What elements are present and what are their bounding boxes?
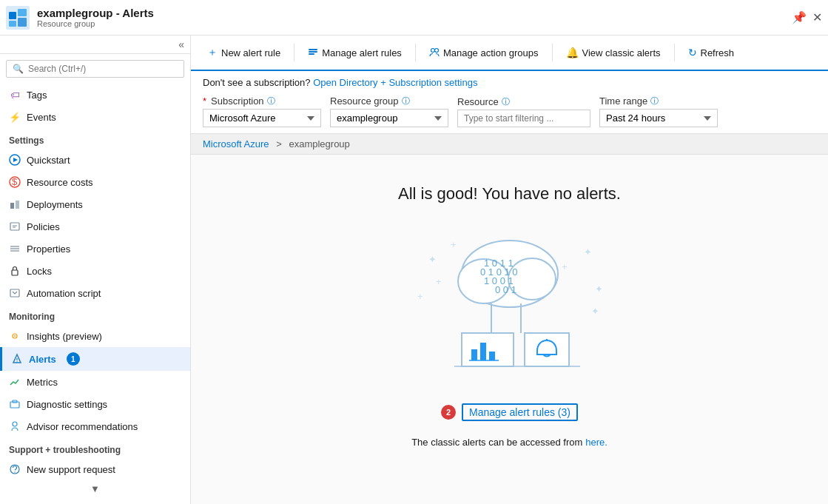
close-icon[interactable]: ✕ bbox=[812, 10, 822, 24]
svg-marker-6 bbox=[13, 158, 18, 162]
svg-rect-11 bbox=[10, 223, 19, 230]
policies-icon bbox=[9, 221, 21, 232]
main-layout: « 🔍 🏷 Tags ⚡ Events Settings Quickstart … bbox=[0, 36, 828, 504]
action-groups-icon bbox=[429, 47, 440, 59]
sidebar-item-alerts[interactable]: Alerts 1 bbox=[0, 347, 190, 371]
sidebar-item-quickstart[interactable]: Quickstart bbox=[0, 149, 190, 171]
sidebar-item-label: Automation script bbox=[27, 288, 101, 299]
sidebar-item-insights[interactable]: Insights (preview) bbox=[0, 325, 190, 347]
content-area: ＋ New alert rule Manage alert rules Mana… bbox=[191, 36, 828, 504]
resource-label: Resource ⓘ bbox=[457, 96, 590, 107]
toolbar-divider-2 bbox=[415, 44, 416, 61]
sidebar-item-label: Diagnostic settings bbox=[27, 399, 107, 410]
app-icon bbox=[6, 6, 30, 30]
sidebar-item-locks[interactable]: Locks bbox=[0, 260, 190, 282]
sidebar-scroll-down[interactable]: ▼ bbox=[0, 480, 190, 497]
view-classic-alerts-label: View classic alerts bbox=[582, 47, 661, 58]
subscription-label: * Subscription ⓘ bbox=[203, 95, 321, 107]
manage-action-groups-label: Manage action groups bbox=[443, 47, 539, 58]
subscription-info-icon[interactable]: ⓘ bbox=[267, 95, 275, 107]
svg-rect-51 bbox=[471, 349, 477, 360]
no-alerts-illustration: ✦ ✦ ✦ + + + ✦ + 1 0 1 1 0 1 0 1 bbox=[406, 226, 613, 389]
svg-point-31 bbox=[431, 48, 434, 52]
breadcrumb-parent[interactable]: Microsoft Azure bbox=[203, 138, 269, 149]
svg-rect-29 bbox=[309, 51, 317, 53]
open-directory-link[interactable]: Open Directory + Subscription settings bbox=[313, 77, 477, 88]
window-subtitle: Resource group bbox=[37, 19, 154, 28]
svg-rect-53 bbox=[489, 352, 495, 360]
manage-link-row: 2 Manage alert rules (3) bbox=[441, 403, 578, 421]
svg-rect-1 bbox=[9, 12, 16, 19]
chevron-down-icon: ▼ bbox=[90, 483, 100, 494]
properties-icon bbox=[9, 243, 21, 255]
svg-point-25 bbox=[13, 422, 17, 426]
resource-input[interactable] bbox=[457, 110, 590, 127]
sidebar-item-advisor[interactable]: Advisor recommendations bbox=[0, 415, 190, 437]
illustration-svg: ✦ ✦ ✦ + + + ✦ + 1 0 1 1 0 1 0 1 bbox=[406, 226, 613, 374]
sidebar-search-container: 🔍 bbox=[6, 60, 184, 78]
titlebar: examplegroup - Alerts Resource group 📌 ✕ bbox=[0, 0, 828, 36]
resource-info-icon[interactable]: ⓘ bbox=[502, 96, 510, 107]
sidebar-item-label: Events bbox=[27, 112, 56, 123]
sidebar-item-label: Metrics bbox=[27, 377, 58, 388]
automation-icon bbox=[9, 287, 21, 299]
alerts-badge: 1 bbox=[67, 352, 80, 366]
subscription-select[interactable]: Microsoft Azure bbox=[203, 109, 321, 127]
sidebar: « 🔍 🏷 Tags ⚡ Events Settings Quickstart … bbox=[0, 36, 191, 504]
sidebar-item-label: Deployments bbox=[27, 199, 83, 210]
view-classic-alerts-button[interactable]: 🔔 View classic alerts bbox=[559, 42, 668, 63]
sidebar-collapse-btn[interactable]: « bbox=[178, 38, 184, 50]
sidebar-search-input[interactable] bbox=[28, 64, 178, 74]
sidebar-item-tags[interactable]: 🏷 Tags bbox=[0, 84, 190, 106]
refresh-button[interactable]: ↻ Refresh bbox=[681, 42, 742, 63]
refresh-label: Refresh bbox=[701, 47, 735, 58]
svg-rect-4 bbox=[18, 18, 27, 27]
sidebar-item-resource-costs[interactable]: $ Resource costs bbox=[0, 171, 190, 193]
pin-icon[interactable]: 📌 bbox=[792, 10, 807, 24]
new-alert-rule-label: New alert rule bbox=[221, 47, 280, 58]
bell-icon: 🔔 bbox=[566, 47, 579, 58]
svg-text:✦: ✦ bbox=[595, 283, 603, 295]
sidebar-item-support[interactable]: New support request bbox=[0, 458, 190, 480]
sidebar-item-label: Resource costs bbox=[27, 177, 93, 188]
time-range-filter: Time range ⓘ Past 24 hours bbox=[599, 95, 718, 127]
sidebar-item-policies[interactable]: Policies bbox=[0, 215, 190, 238]
sidebar-item-properties[interactable]: Properties bbox=[0, 238, 190, 260]
sidebar-item-automation[interactable]: Automation script bbox=[0, 282, 190, 304]
time-range-info-icon[interactable]: ⓘ bbox=[650, 95, 659, 107]
sidebar-item-label: Quickstart bbox=[27, 155, 70, 166]
filter-row: * Subscription ⓘ Microsoft Azure Resourc… bbox=[203, 95, 816, 127]
sidebar-item-events[interactable]: ⚡ Events bbox=[0, 106, 190, 128]
svg-text:✦: ✦ bbox=[428, 254, 437, 265]
svg-rect-10 bbox=[16, 201, 19, 209]
main-content: All is good! You have no alerts. ✦ ✦ ✦ +… bbox=[191, 155, 828, 504]
required-star: * bbox=[203, 95, 206, 107]
insights-icon bbox=[9, 330, 21, 342]
sidebar-item-deployments[interactable]: Deployments bbox=[0, 193, 190, 215]
filter-notice: Don't see a subscription? Open Directory… bbox=[203, 77, 816, 88]
toolbar-divider-4 bbox=[674, 44, 675, 61]
resource-group-info-icon[interactable]: ⓘ bbox=[402, 95, 410, 107]
costs-icon: $ bbox=[9, 176, 21, 188]
classic-alerts-link[interactable]: here. bbox=[585, 437, 607, 448]
svg-rect-52 bbox=[480, 343, 486, 360]
sidebar-item-label: Tags bbox=[27, 90, 47, 101]
svg-rect-18 bbox=[10, 289, 19, 297]
svg-text:+: + bbox=[451, 239, 457, 250]
manage-alert-rules-link[interactable]: Manage alert rules (3) bbox=[462, 403, 578, 421]
svg-text:+: + bbox=[562, 261, 568, 272]
resource-group-select[interactable]: examplegroup bbox=[330, 109, 448, 127]
sidebar-item-label: Locks bbox=[27, 266, 52, 277]
no-alerts-title: All is good! You have no alerts. bbox=[398, 184, 621, 204]
manage-alert-rules-label: Manage alert rules bbox=[322, 47, 402, 58]
diagnostic-icon bbox=[9, 398, 21, 410]
sidebar-item-label: Policies bbox=[27, 221, 60, 232]
manage-action-groups-button[interactable]: Manage action groups bbox=[422, 42, 546, 64]
classic-text-content: The classic alerts can be accessed from bbox=[411, 437, 582, 448]
time-range-select[interactable]: Past 24 hours bbox=[599, 109, 718, 127]
sidebar-item-diagnostic[interactable]: Diagnostic settings bbox=[0, 393, 190, 415]
sidebar-item-metrics[interactable]: Metrics bbox=[0, 371, 190, 393]
manage-alert-rules-button[interactable]: Manage alert rules bbox=[300, 42, 409, 64]
new-alert-rule-button[interactable]: ＋ New alert rule bbox=[200, 41, 288, 64]
sidebar-item-label: New support request bbox=[27, 464, 115, 475]
